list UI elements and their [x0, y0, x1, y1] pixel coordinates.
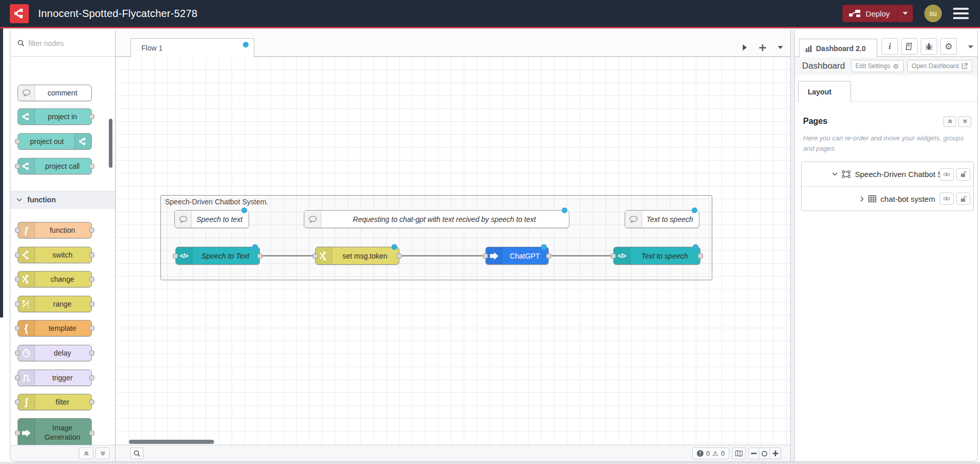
input-port[interactable] — [15, 277, 20, 282]
output-port[interactable] — [89, 399, 94, 405]
pages-expand-all-button[interactable] — [958, 116, 971, 127]
input-port[interactable] — [173, 253, 178, 259]
input-port[interactable] — [15, 350, 20, 356]
tab-scroll-right-icon[interactable] — [742, 44, 747, 51]
config-tab-button[interactable]: ⚙ — [940, 38, 957, 55]
output-port[interactable] — [546, 253, 551, 259]
visibility-toggle-button[interactable] — [940, 168, 954, 181]
input-port[interactable] — [15, 399, 20, 405]
input-port[interactable] — [15, 326, 20, 331]
flow-canvas[interactable]: Speech-Driven Chatbot System. Speech to … — [116, 57, 790, 445]
output-port[interactable] — [89, 114, 94, 119]
palette-category-function[interactable]: function — [10, 191, 115, 209]
palette-node-project-call[interactable]: project call — [18, 158, 92, 174]
tab-layout[interactable]: Layout — [798, 81, 851, 102]
output-port[interactable] — [89, 430, 94, 436]
tree-row-page[interactable]: Speech-Driven Chatbot S — [802, 162, 973, 186]
output-port[interactable] — [397, 253, 402, 259]
open-dashboard-button[interactable]: Open Dashboard — [907, 60, 972, 72]
palette-search-input[interactable] — [28, 39, 95, 47]
zoom-in-button[interactable] — [770, 447, 781, 459]
deploy-options-button[interactable] — [897, 5, 912, 22]
input-port[interactable] — [15, 375, 20, 380]
output-port[interactable] — [698, 253, 703, 259]
input-port[interactable] — [15, 252, 20, 258]
comment-node-speech-to-text[interactable]: Speech to text — [174, 210, 249, 228]
expand-all-button[interactable] — [95, 447, 110, 459]
add-flow-button[interactable] — [759, 44, 766, 52]
output-port[interactable] — [89, 301, 94, 307]
palette-node-switch[interactable]: switch — [18, 247, 92, 263]
palette-node-range[interactable]: range — [18, 296, 92, 312]
flow-list-button[interactable] — [778, 46, 783, 49]
output-port[interactable] — [89, 277, 94, 282]
palette-node-template[interactable]: { template — [18, 320, 92, 337]
left-scrollbar[interactable] — [0, 28, 3, 317]
palette-node-comment[interactable]: comment — [18, 85, 92, 101]
zoom-reset-button[interactable] — [759, 447, 770, 459]
deploy-button[interactable]: Deploy — [842, 5, 913, 22]
input-port[interactable] — [611, 253, 616, 259]
palette-node-function[interactable]: f function — [18, 222, 92, 238]
user-avatar[interactable]: su — [924, 5, 942, 22]
flow-node-speech-to-text[interactable]: </> Speech to Text — [175, 247, 260, 265]
canvas-horizontal-scrollbar[interactable] — [129, 440, 214, 444]
info-tab-button[interactable]: i — [881, 38, 898, 55]
chevron-down-icon[interactable] — [832, 172, 838, 176]
palette-scrollbar[interactable] — [109, 119, 112, 168]
palette-node-delay[interactable]: delay — [18, 345, 92, 361]
lock-toggle-button[interactable] — [956, 168, 970, 181]
sidebar-resize-handle[interactable] — [790, 30, 795, 461]
debug-tab-button[interactable] — [921, 38, 937, 55]
status-counts[interactable]: ! 0 ⚠ 0 — [692, 447, 729, 459]
palette-node-trigger[interactable]: trigger — [18, 370, 92, 386]
palette-search[interactable] — [10, 30, 115, 57]
output-port[interactable] — [89, 252, 94, 258]
input-port[interactable] — [313, 253, 318, 259]
flow-node-set-msg-token[interactable]: set msg.token — [315, 247, 399, 265]
palette-node-project-out[interactable]: project out — [18, 133, 92, 150]
palette-node-change[interactable]: change — [18, 271, 92, 287]
output-port[interactable] — [89, 375, 94, 380]
input-port[interactable] — [15, 164, 20, 169]
sidebar-menu-button[interactable] — [968, 45, 973, 49]
output-port[interactable] — [89, 350, 94, 356]
palette-node-filter[interactable]: ∫ filter — [18, 394, 92, 410]
output-port[interactable] — [257, 253, 263, 259]
edit-settings-button[interactable]: Edit Settings ⚙ — [851, 60, 904, 72]
palette-node-image-generation[interactable]: Image Generation — [18, 418, 92, 445]
help-tab-button[interactable] — [901, 38, 918, 55]
visibility-toggle-button[interactable] — [940, 193, 954, 205]
output-port[interactable] — [89, 326, 94, 331]
palette-node-label: delay — [38, 349, 71, 357]
canvas-search-button[interactable] — [130, 447, 143, 459]
input-port[interactable] — [15, 301, 20, 307]
input-port[interactable] — [15, 228, 20, 233]
search-icon — [134, 450, 140, 457]
navigator-map-button[interactable] — [732, 447, 746, 459]
lock-toggle-button[interactable] — [956, 193, 970, 205]
input-port[interactable] — [15, 430, 20, 436]
input-port[interactable] — [483, 253, 488, 259]
external-link-icon — [961, 63, 968, 69]
collapse-all-button[interactable] — [79, 447, 93, 459]
tab-flow-1[interactable]: Flow 1 — [130, 38, 254, 57]
zoom-out-button[interactable] — [748, 447, 759, 459]
flow-node-chatgpt[interactable]: ChatGPT — [485, 247, 549, 265]
tab-dashboard-2[interactable]: Dashboard 2.0 — [799, 39, 877, 57]
chevron-right-icon[interactable] — [860, 196, 864, 202]
output-port[interactable] — [89, 164, 94, 169]
circle-icon — [761, 451, 767, 457]
palette-node-project-in[interactable]: project in — [18, 108, 92, 125]
output-port[interactable] — [89, 228, 94, 233]
main-menu-button[interactable] — [953, 8, 969, 19]
pages-collapse-all-button[interactable] — [943, 116, 956, 127]
comment-node-text-to-speech[interactable]: Text to speech — [625, 210, 699, 228]
project-icon — [18, 158, 35, 174]
minus-icon — [751, 453, 757, 454]
flow-node-text-to-speech[interactable]: </> Text to speech — [613, 247, 700, 265]
input-port[interactable] — [15, 139, 20, 144]
tree-row-group[interactable]: chat-bot system — [802, 186, 973, 211]
deploy-icon — [849, 9, 860, 18]
comment-node-chatgpt-request[interactable]: Requesting to chat-gpt with text recived… — [304, 210, 569, 228]
